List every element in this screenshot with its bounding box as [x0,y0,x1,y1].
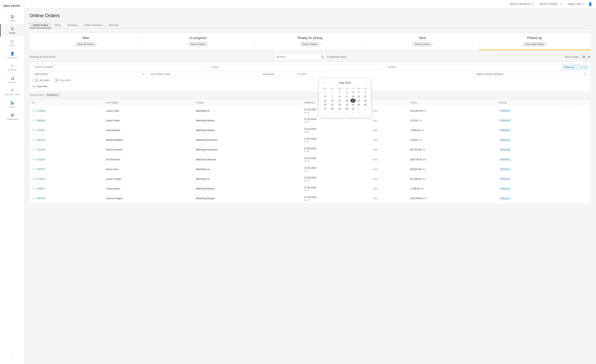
calendar-day[interactable]: 7 [350,111,356,115]
language-select[interactable]: English, GBP [566,2,586,6]
calendar-day[interactable]: 26 [362,103,369,107]
row-detail-arrow[interactable]: › [570,197,571,200]
row-checkbox[interactable]: ✓ [32,109,35,112]
calendar-day[interactable]: 11 [356,95,362,99]
sidebar-item-click-collect[interactable]: 🖱️ Click and Collect [0,86,24,98]
sidebar-item-orders[interactable]: ☰ Orders [0,24,24,36]
tab-pick-lists[interactable]: Pick lists [106,22,122,28]
sidebar-item-configuration[interactable]: ⚙️ Configuration [0,110,24,123]
status-col-ready-pickup-btn[interactable]: Show 2 Orders [300,42,320,47]
calendar-day[interactable]: 9 [362,111,369,115]
calendar-day[interactable]: 2 [343,90,350,95]
order-id-link[interactable]: T-19192 [36,129,45,131]
sidebar-item-customers[interactable]: 👤 Customers [0,49,24,61]
row-checkbox[interactable]: ✓ [32,158,35,161]
calendar-day[interactable]: 18 [356,99,362,103]
calendar-day[interactable]: 24 [350,103,356,107]
row-detail-arrow[interactable]: › [570,167,571,171]
calendar-day[interactable]: 30 [343,107,350,111]
email-input[interactable] [209,64,384,70]
stores-select[interactable]: SELECT STORES [537,2,564,6]
to-date-input[interactable] [295,72,328,77]
row-detail-arrow[interactable]: › [570,128,571,131]
calendar-day[interactable]: 28 [329,107,336,111]
markets-select[interactable]: SELECT MARKETS [508,2,535,6]
more-menu-button[interactable]: ··· [585,23,589,27]
calendar-day[interactable]: 16 [343,99,350,103]
calendar-day[interactable]: 30 [329,90,336,95]
sidebar-item-carts[interactable]: 🛒 Carts [0,36,24,49]
status-col-sent-btn[interactable]: Show 9 Orders [412,42,432,47]
has-errors-toggle[interactable] [53,79,59,82]
status-col-picked-up-btn[interactable]: Show 3590 Orders [522,42,547,47]
row-detail-arrow[interactable]: › [570,177,571,180]
calendar-day[interactable]: 20 [321,103,329,107]
tab-orders-overview[interactable]: Orders Overview [81,22,106,28]
calendar-day[interactable]: 13 [321,99,329,103]
calendar-day[interactable]: 19 [362,99,369,103]
calendar-day[interactable]: 23 [343,103,350,107]
row-checkbox[interactable]: ✓ [32,148,35,151]
search-input[interactable] [274,54,326,60]
sidebar-item-home[interactable]: 🏠 Home [0,12,24,24]
order-id-link[interactable]: T-286E2 [36,187,45,190]
sidebar-item-stores[interactable]: 🏪 Stores [0,98,24,110]
calendar-day[interactable]: 7 [329,95,336,99]
calendar-day[interactable]: 12 [362,95,369,99]
sidebar-item-reports[interactable]: 📊 Reports [0,73,24,86]
calendar-day[interactable]: 4 [356,90,362,95]
sales-person-select[interactable]: SELECT SALES PERSON [474,72,588,77]
order-id-link[interactable]: T-D15A6 [36,148,45,151]
order-id-link[interactable]: T-CD8B1 [36,109,45,112]
calendar-day[interactable]: 31 [350,107,356,111]
calendar-day[interactable]: 15 [336,99,343,103]
calendar-day[interactable]: 3 [321,111,329,115]
status-col-new-btn[interactable]: Show 18 Orders [75,42,97,47]
row-detail-arrow[interactable]: › [570,109,571,112]
customer-name-input[interactable] [148,72,259,77]
status-filter-remove[interactable]: × [581,66,582,69]
sidebar-collapse-button[interactable]: ‹ [12,354,13,358]
calendar-day[interactable]: 8 [336,95,343,99]
row-checkbox[interactable]: ✓ [32,177,35,180]
order-id-link[interactable]: T-462A6 [36,138,45,141]
row-detail-arrow[interactable]: › [570,187,571,190]
calendar-day[interactable]: 9 [343,95,350,99]
calendar-day[interactable]: 10 [350,95,356,99]
order-number-input[interactable] [32,64,207,70]
calendar-day[interactable]: 3 [350,90,356,95]
row-detail-arrow[interactable]: › [570,119,571,122]
calendar-day[interactable]: 29 [336,107,343,111]
calendar-day[interactable]: 5 [362,90,369,95]
calendar-day[interactable]: 1 [336,90,343,95]
advanced-search-link[interactable]: ℹ Advanced search [328,56,346,58]
calendar-day[interactable]: 27 [321,107,329,111]
order-id-link[interactable]: T-897D9 [36,168,45,171]
tab-online-orders[interactable]: Online Orders [30,22,51,28]
row-checkbox[interactable]: ✓ [32,168,35,171]
calendar-day[interactable]: 5 [336,111,343,115]
order-id-link[interactable]: T-6274D [36,197,45,200]
calendar-day[interactable]: 2 [362,107,369,111]
calendar-day[interactable]: 21 [329,103,336,107]
row-detail-arrow[interactable]: › [570,138,571,141]
row-checkbox[interactable]: ✓ [32,119,35,122]
calendar-day[interactable]: 6 [343,111,350,115]
calendar-prev-button[interactable]: ‹ [321,81,324,85]
items-per-page-select[interactable]: 20 50 100 [581,55,591,59]
calendar-day[interactable]: 25 [356,103,362,107]
discounts-select[interactable]: DISCOUNTS [32,72,146,77]
calendar-day[interactable]: 8 [356,111,362,115]
user-icon[interactable]: 👤 [588,2,592,6]
row-detail-arrow[interactable]: › [570,158,571,161]
order-id-link[interactable]: T-E5529 [36,158,45,161]
search-icon[interactable]: 🔍 [321,55,324,59]
row-checkbox[interactable]: ✓ [32,138,35,141]
from-date-input[interactable] [260,72,293,77]
row-checkbox[interactable]: ✓ [32,197,35,200]
row-detail-arrow[interactable]: › [570,148,571,151]
apply-filter-button[interactable]: 🔍 Apply filter [32,83,48,89]
status-col-in-progress-btn[interactable]: Show 5 Orders [188,42,208,47]
row-checkbox[interactable]: ✓ [32,187,35,190]
calendar-day[interactable]: 14 [329,99,336,103]
